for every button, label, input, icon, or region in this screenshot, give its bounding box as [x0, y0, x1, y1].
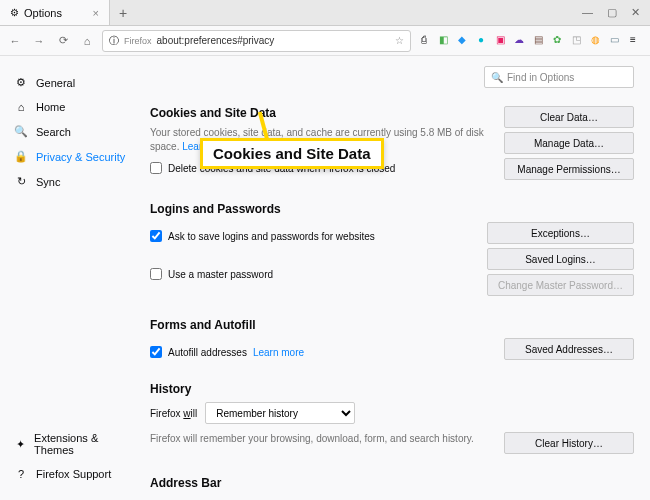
gear-icon: ⚙ [14, 76, 28, 89]
sidebar: ⚙ General ⌂ Home 🔍 Search 🔒 Privacy & Se… [0, 56, 140, 500]
reload-icon[interactable]: ⟳ [54, 34, 72, 47]
ext-icon[interactable]: ☁ [512, 34, 526, 48]
ext-icon[interactable]: ◧ [436, 34, 450, 48]
search-icon: 🔍 [491, 72, 503, 83]
sidebar-item-label: Firefox Support [36, 468, 111, 480]
checkbox-input[interactable] [150, 268, 162, 280]
checkbox-label: Autofill addresses [168, 347, 247, 358]
sidebar-item-label: Home [36, 101, 65, 113]
url-prefix: Firefox [124, 36, 152, 46]
sidebar-item-label: Sync [36, 176, 60, 188]
exceptions-button[interactable]: Exceptions… [487, 222, 634, 244]
home-icon: ⌂ [14, 101, 28, 113]
section-heading: Logins and Passwords [150, 202, 634, 216]
find-in-options[interactable]: 🔍 Find in Options [484, 66, 634, 88]
sidebar-item-label: Privacy & Security [36, 151, 125, 163]
history-will-label: Firefox will [150, 408, 197, 419]
bookmark-star-icon[interactable]: ☆ [395, 35, 404, 46]
puzzle-icon: ✦ [14, 438, 26, 451]
sidebar-item-home[interactable]: ⌂ Home [0, 95, 140, 119]
history-desc: Firefox will remember your browsing, dow… [150, 432, 494, 446]
ext-icon[interactable]: ▤ [531, 34, 545, 48]
window-controls: — ▢ ✕ [582, 6, 650, 19]
sidebar-item-sync[interactable]: ↻ Sync [0, 169, 140, 194]
autofill-addresses-checkbox[interactable]: Autofill addresses Learn more [150, 346, 494, 358]
section-address-bar: Address Bar [150, 476, 634, 490]
sidebar-item-search[interactable]: 🔍 Search [0, 119, 140, 144]
main-panel: 🔍 Find in Options Cookies and Site Data … [140, 56, 650, 500]
section-history: History Firefox will Remember history Fi… [150, 382, 634, 454]
ext-icon[interactable]: ◆ [455, 34, 469, 48]
url-bar[interactable]: ⓘ Firefox about:preferences#privacy ☆ [102, 30, 411, 52]
sidebar-item-general[interactable]: ⚙ General [0, 70, 140, 95]
gear-icon: ⚙ [10, 7, 19, 18]
minimize-icon[interactable]: — [582, 6, 593, 19]
library-icon[interactable]: ⎙ [417, 34, 431, 48]
sidebar-item-label: Extensions & Themes [34, 432, 126, 456]
ext-icon[interactable]: ▣ [493, 34, 507, 48]
ext-icon[interactable]: ● [474, 34, 488, 48]
section-heading: Cookies and Site Data [150, 106, 494, 120]
toolbar: ← → ⟳ ⌂ ⓘ Firefox about:preferences#priv… [0, 26, 650, 56]
url-text: about:preferences#privacy [157, 35, 390, 46]
ext-icon[interactable]: ✿ [550, 34, 564, 48]
ext-icon[interactable]: ◳ [569, 34, 583, 48]
checkbox-input[interactable] [150, 346, 162, 358]
section-forms: Forms and Autofill Autofill addresses Le… [150, 318, 634, 360]
help-icon: ? [14, 468, 28, 480]
section-heading: History [150, 382, 634, 396]
master-password-checkbox[interactable]: Use a master password [150, 268, 477, 280]
menu-icon[interactable]: ≡ [626, 34, 640, 48]
change-master-password-button: Change Master Password… [487, 274, 634, 296]
forward-icon[interactable]: → [30, 35, 48, 47]
learn-more-link[interactable]: Learn more [253, 347, 304, 358]
section-logins: Logins and Passwords Ask to save logins … [150, 202, 634, 296]
saved-logins-button[interactable]: Saved Logins… [487, 248, 634, 270]
back-icon[interactable]: ← [6, 35, 24, 47]
checkbox-input[interactable] [150, 162, 162, 174]
saved-addresses-button[interactable]: Saved Addresses… [504, 338, 634, 360]
tab-title: Options [24, 7, 62, 19]
home-icon[interactable]: ⌂ [78, 35, 96, 47]
sidebar-item-label: Search [36, 126, 71, 138]
lock-icon: 🔒 [14, 150, 28, 163]
annotation-callout: Cookies and Site Data [200, 138, 384, 169]
sidebar-item-privacy[interactable]: 🔒 Privacy & Security [0, 144, 140, 169]
sidebar-item-support[interactable]: ? Firefox Support [0, 462, 140, 486]
section-heading: Address Bar [150, 476, 634, 490]
ext-icon[interactable]: ◍ [588, 34, 602, 48]
search-icon: 🔍 [14, 125, 28, 138]
checkbox-input[interactable] [150, 230, 162, 242]
close-icon[interactable]: ✕ [631, 6, 640, 19]
toolbar-extensions: ⎙ ◧ ◆ ● ▣ ☁ ▤ ✿ ◳ ◍ ▭ ≡ [417, 34, 644, 48]
section-heading: Forms and Autofill [150, 318, 634, 332]
history-mode-select[interactable]: Remember history [205, 402, 355, 424]
maximize-icon[interactable]: ▢ [607, 6, 617, 19]
checkbox-label: Ask to save logins and passwords for web… [168, 231, 375, 242]
sidebar-item-label: General [36, 77, 75, 89]
sidebar-item-extensions[interactable]: ✦ Extensions & Themes [0, 426, 140, 462]
sync-icon: ↻ [14, 175, 28, 188]
clear-history-button[interactable]: Clear History… [504, 432, 634, 454]
find-placeholder: Find in Options [507, 72, 574, 83]
clear-data-button[interactable]: Clear Data… [504, 106, 634, 128]
browser-tab-options[interactable]: ⚙ Options × [0, 0, 110, 25]
close-tab-icon[interactable]: × [93, 7, 99, 19]
content: ⚙ General ⌂ Home 🔍 Search 🔒 Privacy & Se… [0, 56, 650, 500]
titlebar: ⚙ Options × + — ▢ ✕ [0, 0, 650, 26]
ask-save-logins-checkbox[interactable]: Ask to save logins and passwords for web… [150, 230, 477, 242]
new-tab-button[interactable]: + [110, 5, 136, 21]
identity-icon: ⓘ [109, 34, 119, 48]
manage-permissions-button[interactable]: Manage Permissions… [504, 158, 634, 180]
checkbox-label: Use a master password [168, 269, 273, 280]
manage-data-button[interactable]: Manage Data… [504, 132, 634, 154]
ext-icon[interactable]: ▭ [607, 34, 621, 48]
